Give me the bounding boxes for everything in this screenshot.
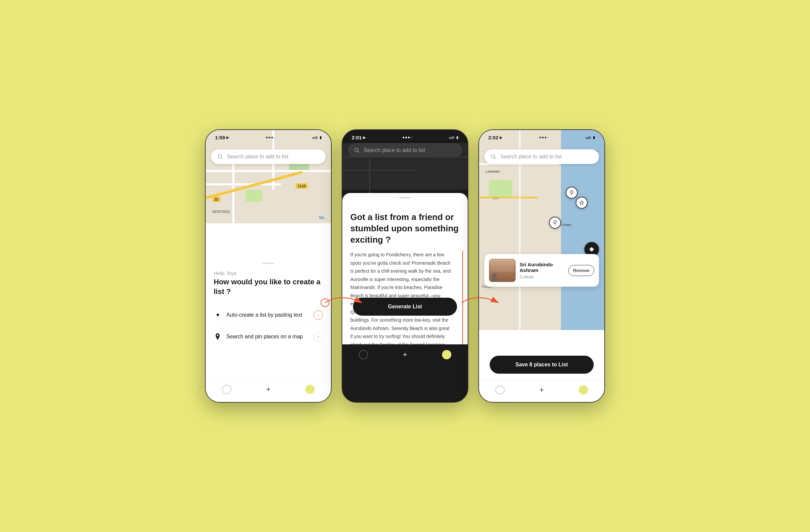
phone1-menu-item-search[interactable]: Search and pin places on a map › [214,326,323,347]
phone1-search-placeholder: Search place to add to list [227,154,320,160]
search-icon-2 [354,147,360,154]
location-icon-2: ▶ [363,136,366,139]
location-icon: ▶ [226,136,229,139]
search-icon-3 [490,153,497,160]
phone2-status-icons: wifi ▮ [449,135,458,140]
nav-circle-2[interactable] [357,349,369,361]
map-badge-1115: 1115 [296,183,308,189]
svg-point-2 [217,335,219,336]
phone3-time: 2:02 ▶ [488,135,502,140]
phone1-bottom-nav: + [206,379,331,402]
phone2-status-area: 2:01 ▶ wifi ▮ [342,130,468,193]
phone3-bottom-nav: + [479,380,604,402]
wifi-icon-2: wifi [449,136,454,140]
see-link[interactable]: Se... [319,215,328,220]
nav-yellow-2[interactable] [441,349,453,361]
generate-list-button[interactable]: Generate List [353,298,457,316]
phone2-search-bar[interactable]: Search place to add to list [348,143,462,158]
phone1-menu-label-1: Auto-create a list by pasting text [226,312,309,318]
phone2-search-overlay: Search place to add to list [342,143,468,160]
phone-2: 2:01 ▶ wifi ▮ [342,129,468,403]
pin-2[interactable] [576,197,588,209]
phone3-dots [539,137,549,138]
pin-icon [214,333,222,341]
battery-icon: ▮ [320,135,322,140]
phone1-status-bar: 1:59 ▶ wifi ▮ [206,130,331,143]
phone3-search-placeholder: Search place to add to list [500,154,593,160]
pin-1[interactable] [566,187,578,199]
chevron-right-icon-1: › [314,310,323,320]
remove-button[interactable]: Remove [568,265,594,276]
phone2-sheet: Got a list from a friend or stumbled upo… [342,193,468,367]
map-badge-32: 32 [212,197,220,202]
svg-line-1 [221,158,223,159]
phone-3: KOTTAKUPPAM LAWSPET 332A WHITE TOWN [478,129,605,403]
phone2-time: 2:01 ▶ [352,135,366,140]
green-area [489,180,512,197]
place-info: Sri Aurobindo Ashram Culture [520,262,564,279]
save-places-button[interactable]: Save 8 places to List [490,356,594,374]
nav-plus-3[interactable]: + [536,384,548,396]
place-category: Culture [520,274,564,279]
phone3-place-card: Sri Aurobindo Ashram Culture Remove [484,254,599,287]
svg-line-10 [495,158,496,159]
nav-plus-2[interactable]: + [399,349,411,361]
place-image [489,259,516,282]
phone2-dark-map: Search place to add to list [342,143,468,190]
phone1-search-overlay: Search place to add to list [206,147,331,167]
sparkle-icon: ✦ [214,311,222,319]
nav-plus-1[interactable]: + [262,383,274,395]
phone3-map: KOTTAKUPPAM LAWSPET 332A WHITE TOWN [479,130,604,330]
phone1-heading: How would you like to create a list ? [214,277,323,296]
nav-yellow-1[interactable] [304,383,316,395]
phone2-dots [403,137,412,138]
svg-point-7 [554,221,556,223]
phone1-map: 32 1115 MORTANDI Se... 1:59 ▶ [206,130,331,223]
location-icon-3: ▶ [500,136,502,139]
battery-icon-2: ▮ [456,135,458,140]
phone1-status-icons: wifi ▮ [312,135,322,140]
phone1-sheet-handle [262,263,274,264]
wifi-icon: wifi [312,136,318,140]
phone3-map-bg: KOTTAKUPPAM LAWSPET 332A WHITE TOWN [479,130,604,330]
phone3-search-overlay: Search place to add to list [479,147,604,167]
phone2-status-bar: 2:01 ▶ wifi ▮ [342,130,468,143]
place-name: Sri Aurobindo Ashram [520,262,564,273]
pin-3[interactable] [549,217,561,229]
svg-line-4 [358,151,359,153]
map-label-mortandi: MORTANDI [212,210,230,214]
label-lawspet: LAWSPET [486,170,500,173]
chevron-right-icon-2: › [314,332,323,341]
nav-circle-1[interactable] [221,383,233,395]
phone-1: 32 1115 MORTANDI Se... 1:59 ▶ [205,129,332,403]
phone1-time: 1:59 ▶ [215,135,229,140]
phone3-search-bar[interactable]: Search place to add to list [484,149,599,164]
phone1-menu-label-2: Search and pin places on a map [226,334,309,340]
phone1-map-bg: 32 1115 MORTANDI Se... [206,130,331,223]
road-yellow [479,197,538,198]
battery-icon-3: ▮ [593,135,595,140]
phone2-sheet-handle [399,197,411,198]
nav-circle-3[interactable] [494,384,506,396]
nav-yellow-3[interactable] [577,384,589,396]
phone2-bottom-nav: + [342,344,468,367]
screens-container: 32 1115 MORTANDI Se... 1:59 ▶ [205,129,605,403]
phone1-search-bar[interactable]: Search place to add to list [211,149,326,164]
phone1-dots [266,137,276,138]
search-icon [217,153,224,160]
phone1-greeting: Hello, Riya [214,271,323,276]
phone2-heading: Got a list from a friend or stumbled upo… [342,205,468,251]
phone2-search-placeholder: Search place to add to list [364,147,456,153]
wifi-icon-3: wifi [586,136,591,140]
svg-point-5 [570,191,573,193]
phone3-status-bar: 2:02 ▶ wifi ▮ [479,130,604,143]
label-332a: 332A [492,197,499,200]
phone1-menu-item-autocreate[interactable]: ✦ Auto-create a list by pasting text › [214,304,323,326]
phone3-status-icons: wifi ▮ [586,135,595,140]
